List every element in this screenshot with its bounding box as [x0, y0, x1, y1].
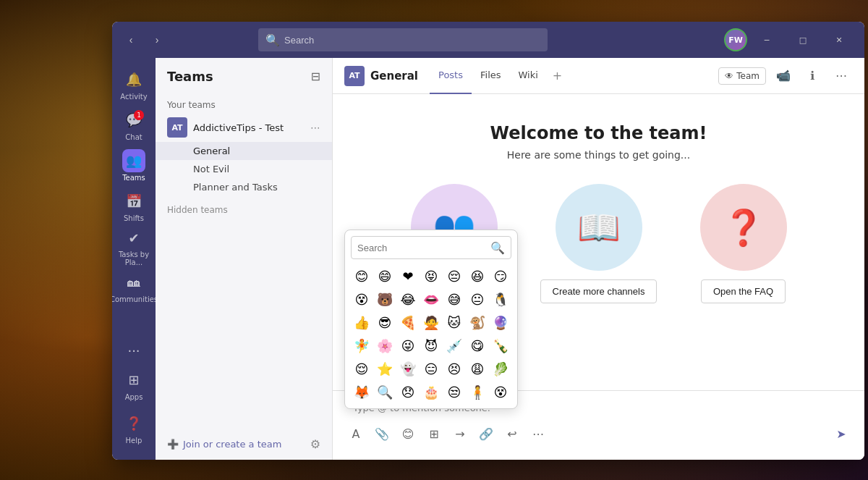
- attach-button[interactable]: 📎: [370, 422, 393, 445]
- emoji-item[interactable]: 😂: [397, 288, 419, 310]
- emoji-item[interactable]: 🍕: [397, 311, 419, 333]
- team-item-addictive[interactable]: AT AddictiveTips - Test ⋯: [156, 113, 332, 142]
- help-icon: ❓: [122, 412, 145, 435]
- emoji-item[interactable]: 🎂: [420, 381, 442, 403]
- format-button[interactable]: A: [344, 422, 367, 445]
- teams-filter-icon[interactable]: ⊟: [311, 70, 320, 83]
- search-input[interactable]: [284, 35, 540, 46]
- create-channels-button[interactable]: Create more channels: [540, 279, 658, 303]
- emoji-item[interactable]: 😑: [420, 358, 442, 379]
- emoji-item[interactable]: 😵: [351, 288, 373, 310]
- emoji-item[interactable]: 😏: [490, 265, 511, 287]
- avatar[interactable]: FW: [724, 28, 747, 51]
- emoji-item[interactable]: 🐒: [467, 311, 488, 333]
- emoji-item[interactable]: 🌸: [374, 334, 396, 356]
- sidebar-item-teams[interactable]: 👥 Teams: [115, 145, 153, 185]
- emoji-search-input[interactable]: [357, 243, 490, 253]
- team-name-addictive: AddictiveTips - Test: [193, 122, 305, 133]
- emoji-item[interactable]: 🥬: [490, 358, 511, 379]
- sidebar-label-tasks: Tasks by Pla...: [115, 250, 153, 266]
- open-faq-button[interactable]: Open the FAQ: [701, 279, 786, 303]
- emoji-item[interactable]: 😐: [467, 288, 488, 310]
- emoji-item[interactable]: 👄: [420, 288, 442, 310]
- add-tab-button[interactable]: +: [547, 58, 568, 94]
- sticker-button[interactable]: 🔗: [475, 422, 498, 445]
- emoji-item[interactable]: 😒: [443, 381, 465, 403]
- maximize-button[interactable]: □: [786, 28, 820, 51]
- emoji-item[interactable]: 🍾: [490, 334, 511, 356]
- emoji-item[interactable]: 😈: [420, 334, 442, 356]
- emoji-item[interactable]: 🦊: [351, 381, 373, 403]
- emoji-item[interactable]: 😅: [443, 288, 465, 310]
- faq-illustration: ❓: [700, 184, 787, 271]
- channel-item-notevil[interactable]: Not Evil: [156, 160, 332, 178]
- schedule-button[interactable]: ↩: [501, 422, 524, 445]
- gif-button[interactable]: →: [448, 422, 472, 445]
- emoji-item[interactable]: 💉: [443, 334, 465, 356]
- welcome-title: Welcome to the team!: [490, 123, 707, 143]
- emoji-item[interactable]: 😞: [397, 381, 419, 403]
- sidebar-item-chat[interactable]: 💬 1 Chat: [115, 104, 153, 145]
- team-button[interactable]: 👁 Team: [718, 67, 766, 85]
- channel-item-planner[interactable]: Planner and Tasks: [156, 178, 332, 196]
- emoji-item[interactable]: 😔: [443, 265, 465, 287]
- sidebar-more-button[interactable]: ...: [119, 335, 148, 358]
- emoji-item[interactable]: 🧚: [351, 334, 373, 356]
- close-button[interactable]: ✕: [822, 28, 856, 51]
- emoji-item[interactable]: 😊: [351, 265, 373, 287]
- emoji-item[interactable]: 😋: [467, 334, 488, 356]
- emoji-item[interactable]: 😜: [397, 334, 419, 356]
- emoji-item[interactable]: 👻: [397, 358, 419, 379]
- emoji-item[interactable]: 😩: [467, 358, 488, 379]
- emoji-item[interactable]: 🧍: [467, 381, 488, 403]
- sidebar-item-communities[interactable]: 🏘 Communities: [115, 266, 153, 307]
- emoji-item[interactable]: 😵: [490, 381, 511, 403]
- emoji-item[interactable]: 😆: [467, 265, 488, 287]
- communities-icon: 🏘: [122, 271, 145, 294]
- minimize-button[interactable]: −: [750, 28, 783, 51]
- emoji-item[interactable]: 🙅: [420, 311, 442, 333]
- tab-posts[interactable]: Posts: [430, 58, 472, 94]
- sidebar-item-shifts[interactable]: 📅 Shifts: [115, 185, 153, 226]
- emoji-item[interactable]: 👍: [351, 311, 373, 333]
- video-button[interactable]: 📹: [772, 64, 795, 88]
- emoji-item[interactable]: 😝: [420, 265, 442, 287]
- team-more-icon[interactable]: ⋯: [310, 122, 320, 133]
- more-tools-button[interactable]: ⋯: [527, 422, 550, 445]
- content-area: AT General Posts Files Wiki + 👁 Team 📹 ℹ…: [333, 58, 864, 460]
- tab-files[interactable]: Files: [472, 58, 510, 94]
- more-options-button[interactable]: ⋯: [830, 64, 853, 88]
- emoji-button[interactable]: 😊: [396, 422, 420, 445]
- settings-icon[interactable]: ⚙: [310, 437, 320, 451]
- join-label: Join or create a team: [183, 439, 281, 450]
- sidebar-item-tasks[interactable]: ✔ Tasks by Pla...: [115, 226, 153, 266]
- info-button[interactable]: ℹ: [801, 64, 824, 88]
- emoji-item[interactable]: ❤️: [397, 265, 419, 287]
- join-create-button[interactable]: ➕ Join or create a team: [167, 439, 281, 450]
- emoji-item[interactable]: 😎: [374, 311, 396, 333]
- sidebar-label-activity: Activity: [120, 93, 147, 101]
- emoji-item[interactable]: 🔍: [374, 381, 396, 403]
- sidebar-item-help[interactable]: ❓ Help: [115, 408, 153, 448]
- emoji-item[interactable]: 😣: [443, 358, 465, 379]
- sidebar: 🔔 Activity 💬 1 Chat 👥 Teams 📅 Shifts ✔: [112, 58, 156, 460]
- join-icon: ➕: [167, 439, 179, 450]
- search-bar: 🔍: [258, 28, 548, 51]
- emoji-item[interactable]: 😄: [374, 265, 396, 287]
- emoji-item[interactable]: 🐧: [490, 288, 511, 310]
- send-button[interactable]: ➤: [830, 422, 853, 445]
- emoji-item[interactable]: 🐱: [443, 311, 465, 333]
- sidebar-item-activity[interactable]: 🔔 Activity: [115, 64, 153, 104]
- channel-item-general[interactable]: General: [156, 142, 332, 160]
- back-button[interactable]: ‹: [121, 30, 141, 50]
- teams-window: ‹ › 🔍 FW − □ ✕ 🔔 Activity 💬 1 Chat: [112, 22, 864, 460]
- apps-button[interactable]: ⊞: [422, 422, 446, 445]
- emoji-item[interactable]: 🔮: [490, 311, 511, 333]
- emoji-item[interactable]: 🐻: [374, 288, 396, 310]
- forward-button[interactable]: ›: [147, 30, 167, 50]
- emoji-item[interactable]: 😌: [351, 358, 373, 379]
- tab-wiki[interactable]: Wiki: [510, 58, 547, 94]
- emoji-item[interactable]: ⭐: [374, 358, 396, 379]
- sidebar-item-apps[interactable]: ⊞ Apps: [115, 364, 153, 405]
- team-label: Team: [736, 71, 760, 81]
